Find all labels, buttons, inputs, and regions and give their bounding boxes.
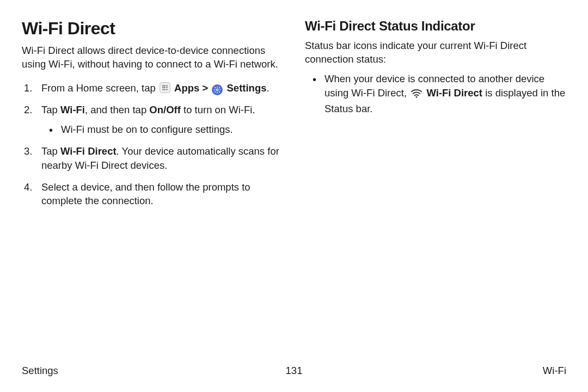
footer-left: Settings (22, 365, 58, 377)
intro-paragraph: Wi-Fi Direct allows direct device-to-dev… (22, 44, 283, 71)
footer-page-number: 131 (286, 365, 303, 377)
step-2-t2: , and then tap (85, 104, 149, 115)
two-column-layout: Wi-Fi Direct Wi-Fi Direct allows direct … (22, 19, 566, 343)
step-2-t3: to turn on Wi-Fi. (181, 104, 255, 115)
subsection-heading: Wi-Fi Direct Status Indicator (305, 19, 566, 34)
svg-point-1 (416, 96, 418, 98)
step-2-wifi: Wi-Fi (60, 104, 85, 115)
step-1: From a Home screen, tap Apps > Settings. (22, 81, 283, 95)
steps-list: From a Home screen, tap Apps > Settings.… (22, 81, 283, 208)
step-1-text: From a Home screen, tap (41, 82, 158, 94)
step-2-sublist: Wi-Fi must be on to configure settings. (41, 122, 283, 137)
step-1-suffix: . (267, 82, 270, 94)
settings-icon (212, 84, 223, 95)
step-2-onoff: On/Off (149, 104, 181, 115)
step-2-subitem: Wi-Fi must be on to configure settings. (41, 122, 283, 137)
footer-right: Wi-Fi (543, 365, 566, 377)
right-column: Wi-Fi Direct Status Indicator Status bar… (305, 19, 566, 343)
step-3: Tap Wi-Fi Direct. Your device automatica… (22, 144, 283, 173)
step-3-wifidirect: Wi-Fi Direct (60, 145, 117, 157)
bullet-wifidirect-label: Wi-Fi Direct (426, 87, 482, 99)
left-column: Wi-Fi Direct Wi-Fi Direct allows direct … (22, 19, 283, 343)
apps-icon (160, 82, 170, 93)
status-intro: Status bar icons indicate your current W… (305, 39, 566, 66)
section-heading: Wi-Fi Direct (22, 19, 283, 39)
step-2: Tap Wi-Fi, and then tap On/Off to turn o… (22, 103, 283, 137)
breadcrumb-chevron: > (199, 82, 211, 94)
step-2-t1: Tap (41, 104, 60, 115)
status-bullet: When your device is connected to another… (305, 72, 566, 116)
manual-page: Wi-Fi Direct Wi-Fi Direct allows direct … (0, 0, 588, 392)
step-3-t1: Tap (41, 145, 60, 157)
settings-label: Settings (227, 82, 267, 94)
page-footer: Settings 131 Wi-Fi (22, 365, 566, 377)
wifi-direct-icon (411, 88, 422, 102)
step-4: Select a device, and then follow the pro… (22, 180, 283, 209)
svg-point-0 (217, 89, 219, 91)
apps-label: Apps (174, 82, 199, 94)
status-bullet-list: When your device is connected to another… (305, 72, 566, 116)
